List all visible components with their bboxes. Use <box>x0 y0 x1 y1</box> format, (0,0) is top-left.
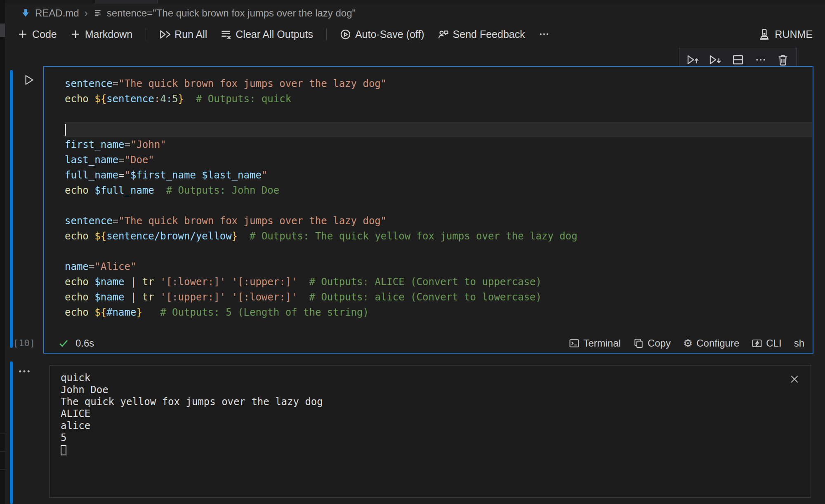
run-cell-button[interactable] <box>21 73 36 87</box>
output-line: The quick yellow fox jumps over the lazy… <box>61 396 800 408</box>
plus-icon <box>17 29 28 40</box>
notebook-toolbar: Code Markdown Run All <box>5 23 825 46</box>
runme-brand-label: RUNME <box>775 28 813 40</box>
code-line[interactable]: sentence="The quick brown fox jumps over… <box>65 213 813 229</box>
code-line[interactable]: full_name="$first_name $last_name" <box>65 168 813 183</box>
code-lines: sentence="The quick brown fox jumps over… <box>65 76 813 320</box>
breadcrumb-file-label: READ.md <box>35 7 79 19</box>
code-line[interactable] <box>65 244 813 259</box>
code-line[interactable]: name="Alice" <box>65 259 813 274</box>
close-output-button[interactable] <box>788 373 801 385</box>
execution-count: [10] <box>13 338 35 348</box>
terminal-icon <box>569 338 580 349</box>
add-code-cell-button[interactable]: Code <box>17 28 57 40</box>
strip-divider <box>0 433 5 434</box>
output-line: 5 <box>61 432 800 444</box>
breadcrumb-section[interactable]: sentence="The quick brown fox jumps over… <box>93 7 356 19</box>
language-label: sh <box>794 338 804 349</box>
breadcrumb-section-label: sentence="The quick brown fox jumps over… <box>107 7 356 19</box>
code-line[interactable]: echo ${#name} # Outputs: 5 (Length of th… <box>65 305 813 320</box>
copy-icon <box>633 338 644 349</box>
output-line: quick <box>61 372 800 384</box>
code-editor[interactable]: sentence="The quick brown fox jumps over… <box>44 67 813 334</box>
clear-outputs-icon <box>220 29 231 40</box>
activity-strip <box>0 0 5 504</box>
terminal-label: Terminal <box>583 338 621 349</box>
feedback-icon <box>438 29 449 40</box>
add-code-label: Code <box>32 28 57 40</box>
notebook-window: READ.md › sentence="The quick brown fox … <box>0 0 825 504</box>
strip-divider <box>0 451 5 452</box>
activity-strip-selection <box>0 23 5 37</box>
code-line[interactable] <box>65 198 813 213</box>
plus-icon <box>70 29 81 40</box>
run-all-button[interactable]: Run All <box>159 28 207 40</box>
code-line[interactable]: echo $name | tr '[:lower:]' '[:upper:]' … <box>65 274 813 290</box>
terminal-block-cursor <box>61 445 66 455</box>
cell-focus-bar <box>10 70 13 348</box>
runme-logo-icon <box>758 28 771 40</box>
code-line[interactable]: echo ${sentence:4:5} # Outputs: quick <box>65 91 813 107</box>
ellipsis-icon <box>538 28 550 40</box>
code-line[interactable] <box>65 122 812 137</box>
cell-output-panel: quickJohn DoeThe quick yellow fox jumps … <box>50 365 811 498</box>
cli-label: CLI <box>766 338 781 349</box>
output-focus-bar <box>10 361 13 504</box>
cell-status-bar: 0.6s Terminal <box>44 334 813 353</box>
tab-edge-segment <box>95 0 158 4</box>
auto-save-label: Auto-Save (off) <box>355 28 424 40</box>
code-line[interactable]: echo $name | tr '[:upper:]' '[:lower:]' … <box>65 290 813 305</box>
breadcrumb-file[interactable]: READ.md <box>21 7 79 19</box>
output-line: alice <box>61 420 800 432</box>
configure-label: Configure <box>696 338 739 349</box>
code-line[interactable]: echo ${sentence/brown/yellow} # Outputs:… <box>65 229 813 244</box>
send-feedback-label: Send Feedback <box>453 28 525 40</box>
execution-duration: 0.6s <box>75 338 94 349</box>
runme-brand[interactable]: RUNME <box>758 28 813 40</box>
language-picker[interactable]: sh <box>794 338 804 349</box>
output-menu-button[interactable] <box>17 364 31 378</box>
clear-all-outputs-button[interactable]: Clear All Outputs <box>220 28 313 40</box>
breadcrumb-chevron: › <box>84 7 89 19</box>
output-line: ALICE <box>61 408 800 420</box>
auto-save-icon <box>340 29 351 40</box>
copy-label: Copy <box>648 338 671 349</box>
terminal-button[interactable]: Terminal <box>569 338 621 349</box>
run-all-icon <box>159 29 170 40</box>
code-line[interactable]: last_name="Doe" <box>65 152 813 168</box>
copy-button[interactable]: Copy <box>633 338 671 349</box>
cli-icon <box>752 338 762 349</box>
send-feedback-button[interactable]: Send Feedback <box>438 28 525 40</box>
code-line[interactable]: sentence="The quick brown fox jumps over… <box>65 76 813 91</box>
toolbar-separator <box>326 28 327 40</box>
code-line[interactable] <box>65 107 813 122</box>
toolbar-separator <box>146 28 146 40</box>
code-line[interactable]: first_name="John" <box>65 137 813 152</box>
markdown-file-icon <box>21 8 31 18</box>
tab-bar-edge <box>5 0 825 4</box>
strip-divider <box>0 469 5 470</box>
gear-icon: ⚙ <box>683 338 693 349</box>
code-cell[interactable]: sentence="The quick brown fox jumps over… <box>43 66 813 354</box>
code-line[interactable]: echo $full_name # Outputs: John Doe <box>65 183 813 198</box>
symbol-list-icon <box>93 9 102 18</box>
add-markdown-cell-button[interactable]: Markdown <box>70 28 132 40</box>
success-check-icon <box>58 338 69 349</box>
auto-save-toggle[interactable]: Auto-Save (off) <box>340 28 424 40</box>
text-cursor <box>65 124 66 136</box>
output-lines: quickJohn DoeThe quick yellow fox jumps … <box>61 372 800 444</box>
clear-all-label: Clear All Outputs <box>236 28 313 40</box>
cli-button[interactable]: CLI <box>752 338 781 349</box>
breadcrumb: READ.md › sentence="The quick brown fox … <box>5 4 825 23</box>
configure-button[interactable]: ⚙ Configure <box>683 338 739 349</box>
add-markdown-label: Markdown <box>85 28 132 40</box>
output-line: John Doe <box>61 384 800 396</box>
run-all-label: Run All <box>174 28 207 40</box>
toolbar-more-button[interactable] <box>538 28 550 40</box>
